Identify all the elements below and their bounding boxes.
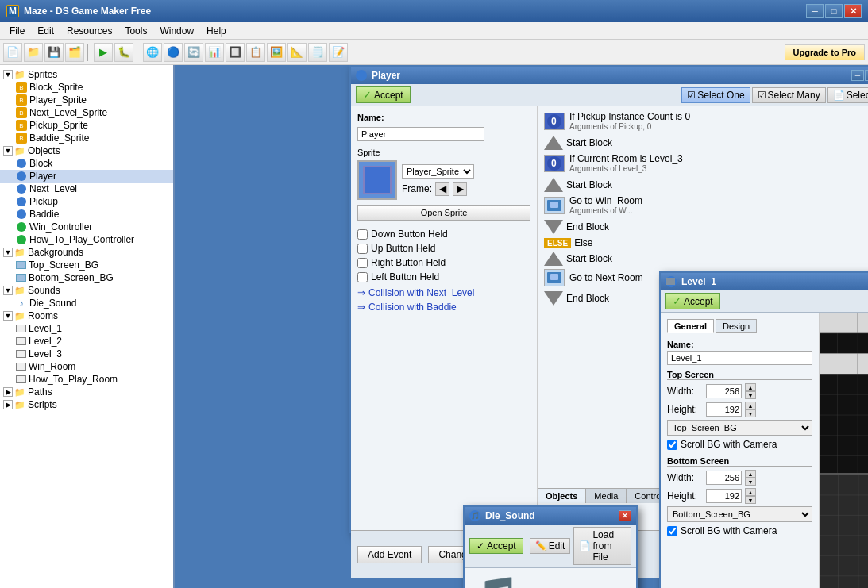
debug-button[interactable]: 🐛 [114, 43, 133, 62]
rooms-expand[interactable]: ▼ [3, 311, 13, 321]
open-sprite-button[interactable]: Open Sprite [357, 205, 530, 221]
bot-scroll-checkbox[interactable] [667, 526, 677, 536]
tree-sounds-section[interactable]: ▼ 📁 Sounds [0, 284, 173, 297]
die-sound-close[interactable]: ✕ [619, 510, 631, 521]
tree-sprites-section[interactable]: ▼ 📁 Sprites [0, 68, 173, 81]
bot-width-up[interactable]: ▲ [745, 470, 756, 478]
menu-file[interactable]: File [3, 24, 31, 38]
frame-prev-button[interactable]: ◀ [435, 182, 449, 196]
new-button[interactable]: 📄 [3, 43, 22, 62]
tree-baddie-obj[interactable]: Baddie [0, 208, 173, 221]
tree-pickup-sprite[interactable]: B Pickup_Sprite [0, 119, 173, 132]
top-height-down[interactable]: ▼ [745, 409, 756, 417]
paths-expand[interactable]: ▶ [3, 387, 13, 397]
tree-block-sprite[interactable]: B Block_Sprite [0, 81, 173, 94]
die-accept-button[interactable]: ✓ Accept [469, 538, 523, 554]
tool-3[interactable]: 🔄 [184, 43, 203, 62]
tree-pickup-obj[interactable]: Pickup [0, 195, 173, 208]
tree-objects-section[interactable]: ▼ 📁 Objects [0, 144, 173, 157]
tool-10[interactable]: 📝 [329, 43, 348, 62]
menu-tools[interactable]: Tools [118, 24, 153, 38]
tree-bottomscreenbg[interactable]: Bottom_Screen_BG [0, 271, 173, 284]
tree-player-sprite[interactable]: B Player_Sprite [0, 94, 173, 106]
sprite-select[interactable]: Player_Sprite [402, 164, 474, 179]
backgrounds-expand[interactable]: ▼ [3, 248, 13, 257]
frame-next-button[interactable]: ▶ [453, 182, 467, 196]
tree-player-obj[interactable]: Player [0, 170, 173, 183]
tree-howtoplay-obj[interactable]: How_To_Play_Controller [0, 233, 173, 246]
tree-baddie-sprite[interactable]: B Baddie_Sprite [0, 132, 173, 144]
select-many-button[interactable]: ☑ Select Many [752, 87, 826, 103]
tree-nextlevel-sprite[interactable]: B Next_Level_Sprite [0, 106, 173, 119]
top-height-up[interactable]: ▲ [745, 402, 756, 409]
level1-tab-general[interactable]: General [667, 319, 714, 333]
tool-4[interactable]: 📊 [205, 43, 224, 62]
sounds-expand[interactable]: ▼ [3, 286, 13, 295]
down-button-held-checkbox[interactable] [357, 229, 368, 240]
tree-level1[interactable]: Level_1 [0, 322, 173, 335]
scripts-expand[interactable]: ▶ [3, 400, 13, 409]
die-edit-button[interactable]: ✏️ Edit [530, 538, 571, 554]
sprites-expand[interactable]: ▼ [3, 70, 13, 79]
tree-level2[interactable]: Level_2 [0, 335, 173, 348]
bot-height-down[interactable]: ▼ [745, 496, 756, 504]
collision-nextlevel-row[interactable]: ⇒ Collision with Next_Level [357, 287, 530, 298]
bot-width-down[interactable]: ▼ [745, 478, 756, 486]
select-all-button[interactable]: 📄 Select All [827, 87, 868, 103]
bot-width-input[interactable] [706, 471, 742, 485]
player-name-input[interactable] [357, 127, 484, 141]
tree-paths-section[interactable]: ▶ 📁 Paths [0, 386, 173, 398]
tree-howtoplayroom[interactable]: How_To_Play_Room [0, 373, 173, 386]
tree-topscreenbg[interactable]: Top_Screen_BG [0, 259, 173, 271]
save-all-button[interactable]: 🗂️ [65, 43, 84, 62]
top-height-input[interactable] [706, 402, 742, 417]
menu-edit[interactable]: Edit [31, 24, 60, 38]
tool-9[interactable]: 🗒️ [308, 43, 327, 62]
maximize-button[interactable]: □ [825, 4, 843, 18]
top-bg-select[interactable]: Top_Screen_BG [667, 420, 812, 436]
tool-5[interactable]: 🔲 [226, 43, 245, 62]
tree-nextlevel-obj[interactable]: Next_Level [0, 183, 173, 195]
top-width-input[interactable] [706, 384, 742, 398]
tree-scripts-section[interactable]: ▶ 📁 Scripts [0, 398, 173, 411]
tree-die-sound[interactable]: ♪ Die_Sound [0, 297, 173, 309]
tool-2[interactable]: 🔵 [164, 43, 183, 62]
tree-backgrounds-section[interactable]: ▼ 📁 Backgrounds [0, 246, 173, 259]
tree-winroom[interactable]: Win_Room [0, 360, 173, 373]
tab-media[interactable]: Media [586, 489, 627, 503]
add-event-button[interactable]: Add Event [357, 546, 422, 563]
tree-block-obj[interactable]: Block [0, 157, 173, 170]
top-width-down[interactable]: ▼ [745, 391, 756, 399]
save-button[interactable]: 💾 [44, 43, 64, 62]
open-button[interactable]: 📁 [24, 43, 43, 62]
bot-bg-select[interactable]: Bottom_Screen_BG [667, 506, 812, 522]
minimize-button[interactable]: ─ [806, 4, 824, 18]
player-window-minimize[interactable]: ─ [851, 70, 864, 81]
close-button[interactable]: ✕ [844, 4, 862, 18]
tool-8[interactable]: 📐 [287, 43, 307, 62]
tool-1[interactable]: 🌐 [143, 43, 162, 62]
tree-rooms-section[interactable]: ▼ 📁 Rooms [0, 309, 173, 322]
tab-objects[interactable]: Objects [538, 489, 586, 503]
top-scroll-checkbox[interactable] [667, 440, 677, 450]
objects-expand[interactable]: ▼ [3, 146, 13, 156]
bot-height-up[interactable]: ▲ [745, 488, 756, 496]
menu-help[interactable]: Help [200, 24, 233, 38]
right-button-held-checkbox[interactable] [357, 258, 368, 268]
level1-accept-button[interactable]: ✓ Accept [665, 293, 720, 309]
tree-wincontroller-obj[interactable]: Win_Controller [0, 221, 173, 233]
left-button-held-checkbox[interactable] [357, 272, 368, 282]
top-width-up[interactable]: ▲ [745, 383, 756, 391]
tree-level3[interactable]: Level_3 [0, 348, 173, 360]
die-load-button[interactable]: 📄 Load from File [573, 527, 631, 565]
tool-6[interactable]: 📋 [246, 43, 265, 62]
player-accept-button[interactable]: ✓ Accept [356, 86, 411, 103]
player-window-maximize[interactable]: □ [865, 70, 868, 81]
run-button[interactable]: ▶ [94, 43, 113, 62]
tool-7[interactable]: 🖼️ [267, 43, 286, 62]
select-one-button[interactable]: ☑ Select One [681, 87, 750, 103]
level1-name-input[interactable] [667, 351, 812, 365]
bot-height-input[interactable] [706, 489, 742, 503]
level1-tab-design[interactable]: Design [716, 319, 757, 333]
upgrade-button[interactable]: Upgrade to Pro [785, 44, 865, 60]
